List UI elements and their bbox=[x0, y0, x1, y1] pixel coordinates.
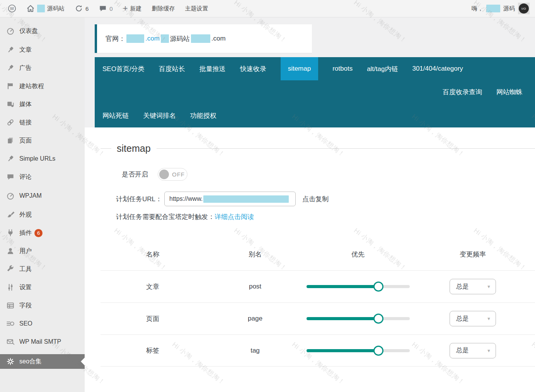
table-row-post: 文章post总是▼ bbox=[101, 270, 535, 302]
clear-cache-menu[interactable]: 删除缓存 bbox=[149, 0, 178, 17]
sliders-icon bbox=[6, 283, 15, 292]
frequency-select-tag[interactable]: 总是▼ bbox=[450, 343, 496, 358]
cron-url-input[interactable]: https://www. bbox=[164, 192, 296, 206]
fields-icon bbox=[6, 301, 15, 310]
sidebar-item-seo[interactable]: SEO bbox=[0, 317, 85, 330]
notice-domain-link[interactable]: .com bbox=[145, 35, 160, 42]
tab-网站蜘蛛[interactable]: 网站蜘蛛 bbox=[496, 88, 523, 97]
tab-rotbots[interactable]: rotbots bbox=[332, 65, 353, 73]
sidebar-item-label: Simple URLs bbox=[19, 155, 55, 162]
tab-网站死链[interactable]: 网站死链 bbox=[102, 111, 129, 120]
avatar-text: I/O bbox=[519, 3, 529, 14]
tab-SEO首页/分类[interactable]: SEO首页/分类 bbox=[102, 64, 145, 73]
sitemap-enable-toggle[interactable]: OFF bbox=[158, 168, 187, 181]
user-avatar[interactable]: I/O bbox=[518, 3, 530, 14]
column-header: 优先 bbox=[305, 250, 411, 259]
tab-301/404/category[interactable]: 301/404/category bbox=[412, 65, 463, 73]
sidebar-item-plugins[interactable]: 插件6 bbox=[0, 226, 85, 239]
column-header: 变更频率 bbox=[411, 250, 535, 259]
tab-alt/tag内链[interactable]: alt/tag内链 bbox=[367, 64, 398, 73]
new-content-menu[interactable]: + 新建 bbox=[120, 0, 145, 17]
table-row-page: 页面page总是▼ bbox=[101, 302, 535, 334]
sidebar-item-tutorials[interactable]: 建站教程 bbox=[0, 80, 85, 93]
plug-icon bbox=[6, 229, 15, 237]
sidebar-item-label: 广告 bbox=[19, 64, 32, 72]
toggle-knob-icon bbox=[159, 170, 169, 179]
row-name: 文章 bbox=[101, 282, 205, 291]
sidebar-item-appearance[interactable]: 外观 bbox=[0, 208, 85, 221]
redacted-text bbox=[37, 5, 45, 12]
cron-note-text: 计划任务需要配合宝塔定时触发： bbox=[116, 213, 215, 221]
sidebar-item-users[interactable]: 用户 bbox=[0, 244, 85, 258]
slider-handle[interactable] bbox=[373, 282, 383, 292]
sidebar-item-wp-mail-smtp[interactable]: WP Mail SMTP bbox=[0, 335, 85, 348]
sidebar-item-posts[interactable]: 文章 bbox=[0, 43, 85, 56]
priority-slider-post[interactable] bbox=[307, 285, 410, 288]
home-icon bbox=[26, 4, 35, 13]
tab-百度收录查询[interactable]: 百度收录查询 bbox=[443, 88, 482, 97]
pages-icon bbox=[6, 136, 15, 145]
redacted-text bbox=[161, 34, 169, 43]
greeting-text: 嗨， bbox=[472, 5, 483, 12]
sidebar-item-settings[interactable]: 设置 bbox=[0, 281, 85, 294]
comments-menu[interactable]: 0 bbox=[95, 0, 116, 17]
cron-detail-link[interactable]: 详细点击阅读 bbox=[215, 213, 254, 221]
sidebar-item-fields[interactable]: 字段 bbox=[0, 299, 85, 312]
sidebar-item-label: 媒体 bbox=[19, 100, 32, 109]
notice-middle-text: 源码站 bbox=[170, 34, 190, 43]
priority-slider-tag[interactable] bbox=[307, 349, 410, 352]
settings-panel: sitemap 是否开启 OFF 计划任务URL： https://www. 点… bbox=[85, 127, 535, 392]
sidebar-item-dashboard[interactable]: 仪表盘 bbox=[0, 24, 85, 37]
frequency-select-post[interactable]: 总是▼ bbox=[450, 279, 496, 294]
sidebar-item-simple-urls[interactable]: Simple URLs bbox=[0, 152, 85, 165]
priority-slider-page[interactable] bbox=[307, 317, 410, 320]
sidebar-item-pages[interactable]: 页面 bbox=[0, 134, 85, 147]
tab-快速收录[interactable]: 快速收录 bbox=[240, 64, 266, 73]
sidebar-item-wpjam[interactable]: WPJAM bbox=[0, 189, 85, 202]
gear-icon bbox=[6, 357, 15, 366]
sidebar-item-comments[interactable]: 评论 bbox=[0, 170, 85, 183]
enable-label: 是否开启 bbox=[122, 170, 148, 179]
admin-sidebar-menu: 仪表盘文章广告建站教程媒体链接页面Simple URLs评论WPJAM外观插件6… bbox=[0, 17, 85, 392]
media-icon bbox=[6, 100, 15, 109]
chevron-down-icon: ▼ bbox=[487, 316, 491, 321]
sidebar-item-label: 文章 bbox=[19, 46, 32, 54]
sidebar-item-label: WP Mail SMTP bbox=[19, 338, 61, 345]
sidebar-item-tools[interactable]: 工具 bbox=[0, 263, 85, 276]
cron-url-label: 计划任务URL： bbox=[116, 195, 162, 204]
comment-icon bbox=[6, 173, 15, 181]
wordpress-logo-menu[interactable]: W bbox=[5, 0, 19, 17]
copy-url-button[interactable]: 点击复制 bbox=[302, 195, 329, 204]
wordpress-logo-icon: W bbox=[8, 4, 16, 13]
sidebar-item-ads[interactable]: 广告 bbox=[0, 61, 85, 75]
tab-row: SEO首页/分类百度站长批量推送快速收录sitemaprotbotsalt/ta… bbox=[95, 57, 535, 80]
tab-批量推送[interactable]: 批量推送 bbox=[199, 64, 226, 73]
sidebar-item-label: SEO bbox=[19, 320, 32, 327]
sidebar-item-media[interactable]: 媒体 bbox=[0, 98, 85, 111]
sidebar-item-label: 外观 bbox=[19, 211, 32, 219]
redacted-domain bbox=[191, 34, 210, 43]
updates-menu[interactable]: 6 bbox=[72, 0, 92, 17]
plus-icon: + bbox=[123, 5, 128, 12]
pin-icon bbox=[6, 64, 15, 72]
pin-icon bbox=[6, 154, 15, 163]
enable-row: 是否开启 OFF bbox=[122, 168, 535, 181]
tab-功能授权[interactable]: 功能授权 bbox=[190, 111, 216, 120]
site-link[interactable]: 源码站 bbox=[23, 0, 68, 17]
sidebar-item-label: WPJAM bbox=[19, 192, 42, 199]
tab-sitemap[interactable]: sitemap bbox=[281, 57, 319, 80]
theme-settings-menu[interactable]: 主题设置 bbox=[182, 0, 211, 17]
chevron-down-icon: ▼ bbox=[487, 348, 491, 353]
tab-百度站长[interactable]: 百度站长 bbox=[159, 64, 185, 73]
slider-handle[interactable] bbox=[373, 314, 383, 324]
redacted-url bbox=[203, 195, 289, 203]
chevron-down-icon: ▼ bbox=[487, 284, 491, 289]
slider-handle[interactable] bbox=[373, 346, 383, 356]
redacted-domain bbox=[126, 34, 144, 43]
selected-frequency: 总是 bbox=[456, 315, 487, 323]
frequency-cell: 总是▼ bbox=[411, 343, 535, 358]
sidebar-item-links[interactable]: 链接 bbox=[0, 116, 85, 129]
tab-关键词排名[interactable]: 关键词排名 bbox=[143, 111, 176, 120]
sidebar-item-seo-collection[interactable]: seo合集 bbox=[0, 354, 85, 369]
frequency-select-page[interactable]: 总是▼ bbox=[450, 311, 496, 326]
